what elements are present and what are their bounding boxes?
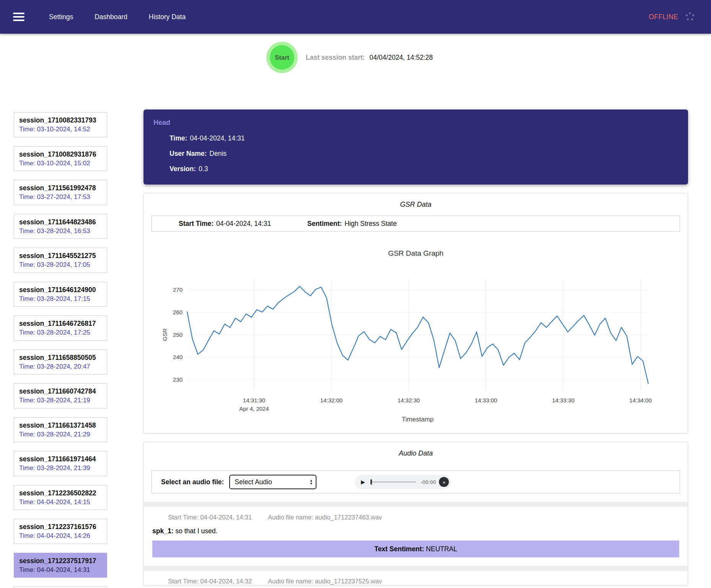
last-session-label: Last session start: [306, 54, 365, 61]
session-id: session_1712236502822 [19, 489, 102, 497]
svg-text:14:34:00: 14:34:00 [629, 397, 652, 403]
seek-thumb[interactable] [370, 479, 372, 485]
gsr-meta-row: Start Time:04-04-2024, 14:31 Sentiment:H… [152, 216, 680, 232]
session-list-item[interactable]: session_1711646124900Time: 03-28-2024, 1… [14, 282, 107, 307]
head-username-row: User Name:Denis [170, 150, 678, 158]
segment-start-time: Start Time: 04-04-2024, 14:31 [168, 514, 252, 521]
transcript-list: Start Time: 04-04-2024, 14:31Audio file … [144, 502, 688, 585]
head-username-label: User Name: [170, 150, 207, 157]
head-card: Head Time:04-04-2024, 14:31 User Name:De… [144, 109, 688, 185]
session-list-item[interactable]: session_1711561992478Time: 03-27-2024, 1… [14, 180, 107, 205]
session-list-item[interactable]: session_1712237517917Time: 04-04-2024, 1… [14, 553, 107, 578]
content-area: session_1710082331793Time: 03-10-2024, 1… [0, 109, 711, 588]
svg-text:240: 240 [173, 354, 183, 360]
session-list-item[interactable]: session_1711644823486Time: 03-28-2024, 1… [14, 214, 107, 239]
session-list-item[interactable]: session_1711660742784Time: 03-28-2024, 2… [14, 383, 107, 408]
top-navbar: Settings Dashboard History Data OFFLINE [0, 0, 711, 34]
svg-text:14:33:00: 14:33:00 [475, 397, 497, 403]
session-time: Time: 03-28-2024, 16:53 [19, 227, 102, 235]
chart-title: GSR Data Graph [144, 249, 688, 258]
main-panel: Head Time:04-04-2024, 14:31 User Name:De… [144, 109, 688, 585]
session-list-item[interactable]: session_1711645521275Time: 03-28-2024, 1… [14, 248, 107, 273]
session-id: session_1711645521275 [19, 252, 102, 260]
session-time: Time: 03-28-2024, 17:15 [19, 295, 102, 303]
head-version-row: Version:0.3 [170, 165, 678, 173]
gsr-sentiment: Sentiment:High Stress State [307, 220, 397, 228]
audio-data-card: Audio Data Select an audio file: Select … [144, 442, 688, 585]
gsr-start-time: Start Time:04-04-2024, 14:31 [152, 220, 307, 228]
segment-divider [144, 502, 688, 507]
session-time: Time: 03-28-2024, 17:25 [19, 329, 102, 336]
session-time: Time: 03-28-2024, 17:05 [19, 261, 102, 269]
session-time: Time: 03-10-2024, 15:02 [19, 160, 102, 167]
audio-select-value: Select Audio [235, 478, 272, 486]
session-id: session_1711658850505 [19, 354, 102, 361]
session-start-row: Start Last session start: 04/04/2024, 14… [270, 39, 711, 76]
session-id: session_1711660742784 [19, 387, 102, 395]
session-list-item[interactable]: session_1711661971464Time: 03-28-2024, 2… [14, 451, 107, 476]
nav-link-dashboard[interactable]: Dashboard [95, 13, 127, 21]
session-list-item[interactable]: session_1710082331793Time: 03-10-2024, 1… [14, 112, 107, 137]
segment-transcript: spk_1: so that I used. [144, 521, 688, 535]
connection-status: OFFLINE [649, 13, 678, 21]
audio-select-label: Select an audio file: [161, 478, 224, 486]
nav-link-history-data[interactable]: History Data [149, 13, 186, 21]
session-list: session_1710082331793Time: 03-10-2024, 1… [14, 112, 107, 588]
session-time: Time: 03-28-2024, 21:19 [19, 397, 102, 404]
menu-icon[interactable] [13, 11, 24, 23]
session-id: session_1712237161576 [19, 523, 102, 531]
session-list-item[interactable]: session_1711646726817Time: 03-28-2024, 1… [14, 315, 107, 341]
head-card-title: Head [153, 119, 678, 127]
select-arrows-icon: ▲▼ [310, 479, 313, 485]
gsr-card-title: GSR Data [144, 193, 688, 211]
svg-text:14:31:30: 14:31:30 [243, 397, 265, 403]
svg-text:260: 260 [173, 309, 183, 315]
session-id: session_1711646124900 [19, 286, 102, 294]
play-icon[interactable]: ▶ [361, 479, 365, 485]
head-username-value: Denis [209, 150, 227, 157]
session-id: session_1711646726817 [19, 320, 102, 327]
session-id: session_1712237517917 [19, 557, 102, 565]
status-dots-icon [684, 11, 696, 23]
gsr-line-chart: 23024025026027014:31:30Apr 4, 202414:32:… [144, 258, 688, 430]
audio-file-select[interactable]: Select Audio ▲▼ [229, 475, 316, 489]
transcript-segment: Start Time: 04-04-2024, 14:32Audio file … [144, 566, 688, 585]
session-list-item[interactable]: session_1712236502822Time: 04-04-2024, 1… [14, 485, 107, 510]
session-list-item[interactable]: session_1712237161576Time: 04-04-2024, 1… [14, 519, 107, 544]
segment-file-name: Audio file name: audio_1712237463.wav [268, 514, 382, 521]
segment-start-time: Start Time: 04-04-2024, 14:32 [168, 578, 252, 585]
audio-controls-row: Select an audio file: Select Audio ▲▼ ▶ … [152, 470, 680, 493]
head-time-label: Time: [170, 134, 187, 142]
svg-text:270: 270 [173, 286, 183, 293]
svg-text:230: 230 [173, 376, 183, 383]
session-time: Time: 03-28-2024, 21:29 [19, 431, 102, 438]
last-session-start: Last session start: 04/04/2024, 14:52:28 [306, 54, 433, 62]
session-list-item[interactable]: session_1711661371458Time: 03-28-2024, 2… [14, 417, 107, 443]
audio-card-title: Audio Data [144, 442, 688, 460]
session-list-item-partial[interactable] [14, 586, 107, 588]
player-overflow-icon[interactable]: » [439, 477, 449, 487]
session-time: Time: 03-27-2024, 17:53 [19, 193, 102, 201]
segment-sentiment-bar: Text Sentiment: NEUTRAL [152, 541, 679, 557]
nav-link-settings[interactable]: Settings [49, 13, 73, 21]
session-id: session_1710082931876 [19, 150, 102, 158]
segment-divider [144, 566, 688, 571]
session-time: Time: 04-04-2024, 14:31 [19, 566, 102, 574]
svg-text:250: 250 [173, 332, 183, 338]
seek-bar[interactable] [370, 481, 416, 483]
session-id: session_1711561992478 [19, 184, 102, 192]
session-list-item[interactable]: session_1711658850505Time: 03-28-2024, 2… [14, 350, 107, 375]
nav-links: Settings Dashboard History Data [49, 13, 186, 21]
start-session-button[interactable]: Start [270, 45, 294, 70]
session-id: session_1711644823486 [19, 218, 102, 226]
session-id: session_1711661371458 [19, 421, 102, 429]
gsr-start-time-label: Start Time: [179, 220, 214, 227]
audio-player[interactable]: ▶ -00:00 » [355, 475, 451, 489]
segment-meta-row: Start Time: 04-04-2024, 14:31Audio file … [144, 507, 688, 521]
head-time-row: Time:04-04-2024, 14:31 [170, 134, 678, 142]
head-version-value: 0.3 [199, 165, 208, 173]
session-list-item[interactable]: session_1710082931876Time: 03-10-2024, 1… [14, 146, 107, 172]
session-time: Time: 04-04-2024, 14:26 [19, 532, 102, 540]
last-session-value: 04/04/2024, 14:52:28 [370, 54, 433, 61]
transcript-segment: Start Time: 04-04-2024, 14:31Audio file … [144, 502, 688, 557]
